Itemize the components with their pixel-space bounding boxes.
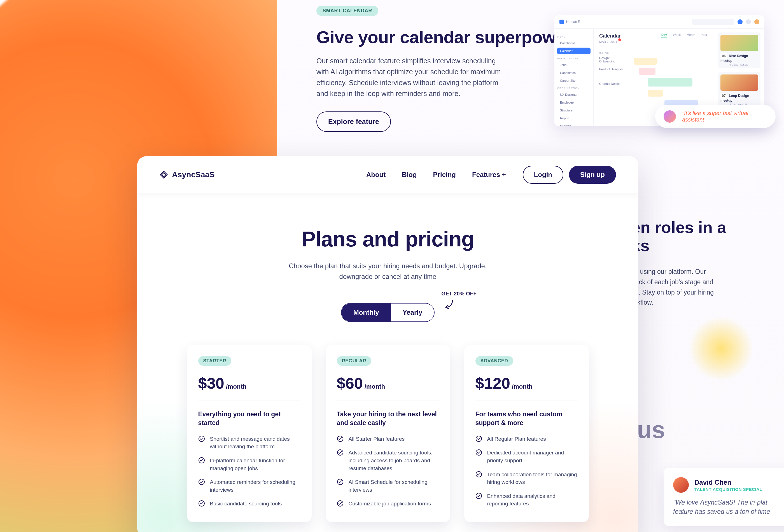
plan-badge: ADVANCED bbox=[475, 356, 513, 366]
billing-toggle: Monthly Yearly bbox=[341, 303, 435, 322]
cal-side-label: ORGANIZATION bbox=[557, 87, 590, 90]
plan-price: $120 bbox=[475, 374, 510, 392]
cal-side-item: Jobs bbox=[557, 62, 590, 68]
check-icon bbox=[337, 436, 343, 442]
glow-accent bbox=[689, 316, 753, 381]
nav-link-blog[interactable]: Blog bbox=[402, 171, 417, 179]
cal-date: MAR 7, 2021 bbox=[599, 40, 617, 44]
calendar-alert-dot bbox=[618, 38, 621, 41]
login-button[interactable]: Login bbox=[523, 166, 563, 184]
testimonial-quote: "We love AsyncSaaS! The in-plat feature … bbox=[673, 498, 784, 516]
cal-side-item: Career Site bbox=[557, 77, 590, 84]
plan-feature: In-platform calendar function for managi… bbox=[210, 457, 301, 472]
check-icon bbox=[198, 457, 205, 464]
plan-price: $60 bbox=[337, 374, 363, 392]
testimonial-name: David Chen bbox=[694, 478, 762, 486]
plan-tagline: Everything you need to get started bbox=[198, 410, 301, 427]
nav-link-pricing[interactable]: Pricing bbox=[433, 171, 456, 179]
top-nav: AsyncSaaS About Blog Pricing Features + … bbox=[137, 156, 638, 193]
plan-feature: Basic candidate sourcing tools bbox=[210, 500, 282, 508]
quote-avatar-icon bbox=[664, 110, 676, 123]
cal-chip bbox=[634, 58, 657, 65]
pricing-window: AsyncSaaS About Blog Pricing Features + … bbox=[137, 156, 638, 532]
pricing-subtitle: Choose the plan that suits your hiring n… bbox=[137, 261, 638, 282]
plan-feature: Team collaboration tools for managing hi… bbox=[487, 471, 578, 486]
cal-chip bbox=[639, 68, 655, 75]
cal-tab-day: Day bbox=[661, 33, 667, 38]
nav-links: About Blog Pricing Features + bbox=[366, 171, 506, 179]
testimonial-avatar-icon bbox=[673, 477, 689, 493]
toggle-yearly[interactable]: Yearly bbox=[391, 304, 434, 321]
discount-arrow-icon bbox=[443, 299, 454, 310]
quote-text: "It's like a super fast virtual assistan… bbox=[682, 110, 767, 123]
plan-feature: Automated reminders for scheduling inter… bbox=[210, 478, 301, 494]
cal-row: Design: Onboarding bbox=[599, 55, 626, 65]
discount-callout: GET 20% OFF bbox=[441, 291, 477, 297]
cal-tab-month: Month bbox=[687, 33, 695, 36]
explore-feature-button[interactable]: Explore feature bbox=[316, 111, 391, 132]
feature-quote-bubble: "It's like a super fast virtual assistan… bbox=[655, 105, 776, 128]
cal-side-item: Structure bbox=[557, 107, 590, 114]
check-icon bbox=[475, 471, 482, 478]
plan-badge: STARTER bbox=[198, 356, 231, 366]
cal-side-label: RECRUITMENT bbox=[557, 57, 590, 60]
calendar-logo-icon bbox=[559, 20, 564, 24]
plan-feature: Customizable job application forms bbox=[348, 500, 431, 508]
plan-period: /month bbox=[512, 383, 532, 390]
plan-tagline: For teams who need custom support & more bbox=[475, 410, 578, 427]
cal-side-dashboard: Dashboard bbox=[557, 40, 590, 47]
check-icon bbox=[475, 449, 482, 456]
check-icon bbox=[475, 493, 482, 499]
nav-link-features[interactable]: Features + bbox=[472, 171, 506, 179]
signup-button[interactable]: Sign up bbox=[569, 166, 616, 184]
calendar-action-icon bbox=[737, 19, 743, 24]
feature-smart-calendar: SMART CALENDAR Give your calendar superp… bbox=[316, 6, 764, 132]
cal-side-item: Report bbox=[557, 115, 590, 121]
feature-body: Our smart calendar feature simplifies in… bbox=[316, 55, 510, 99]
toggle-monthly[interactable]: Monthly bbox=[342, 304, 391, 321]
cal-side-item: Employee bbox=[557, 99, 590, 106]
background-roles-block: en roles in aks se using our platform. O… bbox=[632, 218, 749, 308]
plan-card-advanced: ADVANCED $120 /month For teams who need … bbox=[464, 345, 589, 522]
check-icon bbox=[198, 500, 205, 507]
calendar-avatar-icon bbox=[754, 19, 759, 24]
plan-feature: AI Smart Schedule for scheduling intervi… bbox=[348, 478, 439, 494]
plan-price: $30 bbox=[198, 374, 224, 392]
check-icon bbox=[475, 436, 482, 442]
cal-side-item: Settings bbox=[557, 123, 590, 126]
nav-link-about[interactable]: About bbox=[366, 171, 386, 179]
plan-card-starter: STARTER $30 /month Everything you need t… bbox=[187, 345, 312, 522]
plan-feature: Enhanced data analytics and reporting fe… bbox=[487, 492, 578, 508]
plan-period: /month bbox=[365, 383, 385, 390]
plan-feature: All Regular Plan features bbox=[487, 435, 546, 443]
check-icon bbox=[337, 449, 343, 456]
plan-period: /month bbox=[226, 383, 246, 390]
pricing-title: Plans and pricing bbox=[137, 227, 638, 251]
plan-card-regular: REGULAR $60 /month Take your hiring to t… bbox=[326, 345, 450, 522]
cal-tabs: Day Week Month Year bbox=[656, 33, 707, 36]
cal-side-calendar: Calendar bbox=[557, 48, 590, 54]
brand-name: AsyncSaaS bbox=[172, 170, 215, 179]
check-icon bbox=[337, 478, 343, 485]
cal-side-item: Candidates bbox=[557, 69, 590, 76]
cal-event-card: 07Loop Design meetup IT Corp - Apr. 21 bbox=[718, 72, 760, 108]
plans-row: STARTER $30 /month Everything you need t… bbox=[137, 322, 638, 522]
cal-row: Product Designer bbox=[599, 66, 626, 73]
cal-tab-week: Week bbox=[673, 33, 681, 36]
brand[interactable]: AsyncSaaS bbox=[160, 170, 215, 179]
cal-event-card: 06Rise Design meetup IT Class - Apr. 20 bbox=[718, 32, 760, 68]
brand-logo-icon bbox=[160, 170, 168, 179]
cal-side-item: UX Designer bbox=[557, 91, 590, 98]
cal-chip bbox=[648, 90, 663, 96]
plan-badge: REGULAR bbox=[337, 356, 371, 366]
plan-feature: All Starter Plan features bbox=[348, 435, 405, 443]
plan-tagline: Take your hiring to the next level and s… bbox=[337, 410, 439, 427]
check-icon bbox=[198, 436, 205, 442]
check-icon bbox=[198, 478, 205, 485]
calendar-brand: Human R. bbox=[566, 20, 581, 24]
cal-col-time: 9-11am bbox=[599, 52, 626, 55]
check-icon bbox=[337, 500, 343, 507]
cal-tab-year: Year bbox=[701, 33, 707, 36]
calendar-notif-icon bbox=[746, 19, 751, 24]
cal-side-label: MENU bbox=[557, 35, 590, 38]
